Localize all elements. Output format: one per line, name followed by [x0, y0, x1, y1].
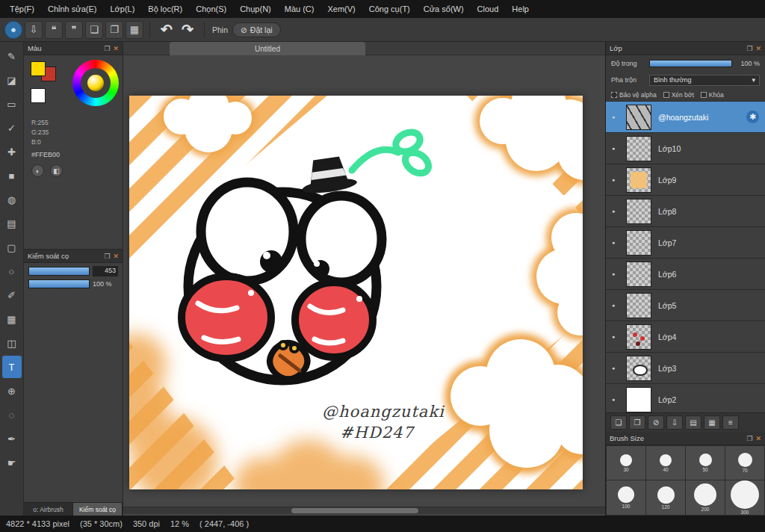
duplicate-layer-button[interactable]: ❐ — [629, 415, 645, 430]
eraser-tool[interactable]: ◪ — [2, 69, 22, 91]
layer-option-1[interactable]: Bảo vệ alpha — [611, 91, 657, 99]
layer-row[interactable]: ●Lớp5 — [606, 290, 765, 321]
layer-visibility-toggle[interactable]: ● — [612, 114, 619, 120]
layer-row[interactable]: ●Lớp7 — [606, 227, 765, 259]
layer-visibility-toggle[interactable]: ● — [612, 146, 619, 151]
layer-option-2[interactable]: Xén bớt — [663, 91, 694, 99]
hand-tool[interactable]: ☛ — [2, 451, 22, 474]
blend-mode-dropdown[interactable]: Bình thường ▾ — [649, 75, 760, 86]
menu-item-12[interactable]: Help — [505, 0, 536, 18]
layer-row[interactable]: ●Lớp2 — [606, 384, 765, 412]
menu-item-8[interactable]: Xem(V) — [320, 0, 362, 18]
add-layer-button[interactable]: ❏ — [610, 415, 627, 430]
tab-airbrush[interactable]: o: Airbrush — [24, 502, 73, 516]
popout-icon[interactable]: ❐ — [104, 45, 110, 52]
layer-thumbnail[interactable] — [626, 387, 651, 412]
brush-size-slider[interactable] — [28, 267, 90, 276]
undo-button[interactable]: ↶ — [156, 20, 177, 40]
brush-size-30[interactable]: 30 — [607, 446, 645, 480]
close-icon[interactable]: ✕ — [113, 253, 119, 260]
layer-row[interactable]: ●Lớp9 — [606, 164, 765, 196]
brush-size-70[interactable]: 70 — [725, 446, 764, 480]
document-tab[interactable]: Untitled — [170, 42, 365, 55]
layer-menu-button[interactable]: ≡ — [722, 415, 739, 430]
menu-item-1[interactable]: Tệp(F) — [3, 0, 41, 18]
layer-visibility-toggle[interactable]: ● — [612, 208, 619, 214]
divide-tool[interactable]: ▦ — [2, 308, 22, 330]
layer-thumbnail[interactable] — [626, 293, 651, 318]
brush-size-40[interactable]: 40 — [646, 446, 685, 480]
save-icon[interactable]: ⇩ — [25, 21, 43, 39]
speech-outline-icon[interactable]: ❞ — [65, 21, 83, 39]
close-icon[interactable]: ✕ — [755, 435, 761, 442]
select-pen-tool[interactable]: ✓ — [2, 117, 22, 139]
menu-item-5[interactable]: Chọn(S) — [189, 0, 233, 18]
primary-tool-icon[interactable]: ● — [4, 21, 22, 39]
select-tool[interactable]: ▭ — [2, 93, 22, 115]
layer-thumbnail[interactable] — [626, 356, 651, 381]
layer-thumbnail[interactable] — [626, 105, 651, 130]
brush-opacity-slider[interactable] — [28, 279, 90, 288]
move-tool[interactable]: ✚ — [2, 140, 22, 163]
layer-thumbnail[interactable] — [626, 167, 651, 193]
brush-size-value[interactable]: 453 — [93, 266, 118, 276]
merge-down-button[interactable]: ⇩ — [666, 415, 683, 430]
reset-button[interactable]: ⊘ Đặt lại — [232, 22, 281, 37]
layer-visibility-toggle[interactable]: ● — [612, 397, 619, 402]
popout-icon[interactable]: ❐ — [746, 45, 752, 52]
menu-item-6[interactable]: Chụp(N) — [233, 0, 278, 18]
canvas[interactable]: @hoangzutaki #HD247 — [129, 96, 583, 489]
panel-tool[interactable]: ◫ — [2, 332, 22, 354]
layer-visibility-toggle[interactable]: ● — [612, 240, 619, 245]
layer-row[interactable]: ●Lớp4 — [606, 321, 765, 353]
menu-item-9[interactable]: Công cụ(T) — [362, 0, 417, 18]
close-icon[interactable]: ✕ — [755, 45, 761, 52]
panels-icon[interactable]: ❐ — [105, 21, 123, 39]
speech-filled-icon[interactable]: ❝ — [45, 21, 63, 39]
layer-visibility-toggle[interactable]: ● — [612, 303, 619, 308]
menu-item-11[interactable]: Cloud — [471, 0, 506, 18]
brush-size-300[interactable]: 300 — [725, 480, 764, 515]
color-wheel[interactable] — [72, 60, 119, 106]
pen-tool[interactable]: ✎ — [2, 45, 22, 67]
layer-thumbnail[interactable] — [626, 262, 651, 287]
brush-size-100[interactable]: 100 — [607, 480, 645, 515]
ellipse-tool[interactable]: ○ — [2, 260, 22, 282]
delete-layer-button[interactable]: ⊘ — [648, 415, 664, 430]
scrollbar-thumb[interactable] — [291, 508, 418, 513]
background-color-swatch[interactable] — [31, 88, 46, 103]
menu-item-10[interactable]: Cửa sổ(W) — [417, 0, 471, 18]
close-icon[interactable]: ✕ — [113, 45, 119, 52]
palette-icon[interactable]: ◐ — [31, 164, 44, 177]
layer-option-3[interactable]: Khóa — [701, 91, 724, 99]
layer-visibility-toggle[interactable]: ● — [612, 334, 619, 339]
menu-item-2[interactable]: Chỉnh sửa(E) — [41, 0, 103, 18]
frame-tool[interactable]: ▢ — [2, 236, 22, 259]
layer-row[interactable]: ●Lớp6 — [606, 259, 765, 290]
layer-row[interactable]: ●@hoangzutaki✱ — [606, 102, 765, 133]
brush-size-50[interactable]: 50 — [686, 446, 725, 480]
eyedropper-tool[interactable]: ✐ — [2, 284, 22, 306]
gradient-tool[interactable]: ▤ — [2, 212, 22, 235]
layer-opacity-slider[interactable] — [649, 60, 732, 67]
fill-rect-tool[interactable]: ■ — [2, 164, 22, 187]
layer-thumbnail[interactable] — [626, 324, 651, 350]
lasso-tool[interactable]: ◌ — [2, 403, 22, 426]
layer-visibility-toggle[interactable]: ● — [612, 365, 619, 371]
layer-row[interactable]: ●Lớp8 — [606, 196, 765, 227]
color-mixer-icon[interactable]: ◧ — [50, 164, 63, 177]
menu-item-3[interactable]: Lớp(L) — [103, 0, 141, 18]
convert-layer-button[interactable]: ▦ — [704, 415, 720, 430]
layer-visibility-toggle[interactable]: ● — [612, 271, 619, 276]
layer-row[interactable]: ●Lớp3 — [606, 353, 765, 384]
bucket-tool[interactable]: ◍ — [2, 188, 22, 211]
popout-icon[interactable]: ❐ — [104, 253, 110, 260]
tab-brush-control[interactable]: Kiểm soát cọ — [73, 502, 123, 516]
horizontal-scrollbar[interactable] — [123, 507, 605, 514]
layer-row[interactable]: ●Lớp10 — [606, 133, 765, 164]
layer-visibility-toggle[interactable]: ● — [612, 177, 619, 182]
text-tool[interactable]: T — [2, 356, 22, 378]
page-icon[interactable]: ❏ — [85, 21, 103, 39]
zoom-tool[interactable]: ⊕ — [2, 380, 22, 402]
popout-icon[interactable]: ❐ — [746, 435, 752, 442]
